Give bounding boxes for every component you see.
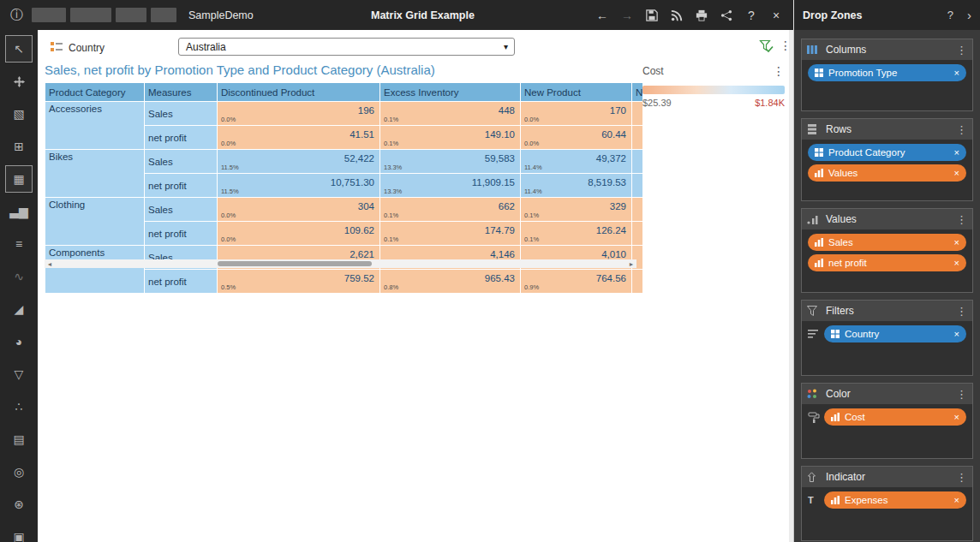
scroll-left-icon[interactable]: ◄ — [45, 261, 55, 267]
remove-icon[interactable]: × — [954, 258, 959, 268]
bar-chart-icon[interactable]: ≡ — [5, 230, 33, 258]
remove-icon[interactable]: × — [954, 495, 959, 505]
area-chart-icon[interactable]: ◢ — [5, 295, 33, 323]
remove-icon[interactable]: × — [954, 147, 959, 158]
back-icon[interactable]: ← — [595, 9, 609, 22]
treemap-icon[interactable]: ▤ — [5, 426, 33, 453]
chip-net-profit[interactable]: net profit× — [808, 254, 966, 271]
country-filter-icon — [50, 41, 63, 53]
cost-legend: Cost ⋮ $25.39 $1.84K — [642, 64, 785, 108]
image-widget-icon[interactable]: ▣ — [5, 523, 33, 542]
scrollbar-thumb[interactable] — [218, 261, 372, 266]
matrix-value-cell: 11.5%10,751.30 — [218, 174, 380, 198]
dropzone-values[interactable]: Values⋮Sales×net profit× — [801, 208, 973, 293]
close-icon[interactable]: × — [769, 9, 783, 22]
measure-icon — [815, 169, 823, 177]
matrix-header-cell: Product Category — [45, 83, 145, 102]
dropzone-columns-header: Columns⋮ — [802, 39, 972, 60]
matrix-header-row: Product CategoryMeasuresDiscontinued Pro… — [45, 83, 643, 102]
chip-expenses[interactable]: Expenses× — [824, 491, 966, 509]
pointer-icon[interactable]: ↖ — [5, 35, 33, 63]
kebab-menu-icon[interactable]: ⋮ — [956, 44, 967, 57]
save-icon[interactable] — [645, 9, 659, 22]
chevron-right-icon[interactable]: › — [967, 8, 971, 22]
filter-applied-icon[interactable] — [759, 39, 774, 53]
kebab-menu-icon[interactable]: ⋮ — [956, 213, 967, 226]
kebab-menu-icon[interactable]: ⋮ — [956, 305, 967, 318]
country-combobox[interactable]: Australia ▾ — [178, 38, 515, 56]
remove-icon[interactable]: × — [954, 412, 959, 422]
measure-icon — [831, 413, 840, 421]
matrix-horizontal-scrollbar[interactable]: ◄ ► — [45, 259, 636, 268]
page-title: Matrix Grid Example — [371, 9, 475, 21]
line-chart-icon[interactable]: ∿ — [5, 263, 33, 290]
marquee-select-icon[interactable]: ▧ — [5, 100, 33, 128]
chip-values[interactable]: Values× — [808, 164, 966, 182]
scrollbar-track[interactable] — [55, 259, 626, 268]
dropzone-columns[interactable]: Columns⋮Promotion Type× — [801, 39, 973, 111]
dropzone-values-header: Values⋮ — [802, 209, 972, 229]
matrix-value-cell: 13.3%59,583 — [380, 150, 521, 174]
drop-zones-header: Drop Zones ? › — [793, 0, 980, 30]
radial-gauge-icon[interactable]: ◎ — [5, 458, 33, 485]
chip-promotion-type[interactable]: Promotion Type× — [808, 64, 966, 81]
matrix-grid-icon[interactable]: ▦ — [5, 165, 33, 193]
legend-title: Cost — [642, 65, 664, 77]
matrix-value-cell: 11.5%52,422 — [218, 150, 380, 174]
kebab-menu-icon[interactable]: ⋮ — [956, 471, 967, 484]
chip-sales[interactable]: Sales× — [808, 234, 966, 251]
scroll-right-icon[interactable]: ► — [626, 261, 636, 267]
matrix-value-cell: 11.4%8,519.53 — [521, 174, 632, 198]
chevron-down-icon[interactable]: ▾ — [504, 42, 508, 51]
pie-chart-icon[interactable]: ◕ — [5, 328, 33, 355]
remove-icon[interactable]: × — [954, 329, 959, 339]
dimension-icon — [831, 330, 840, 338]
kebab-menu-icon[interactable]: ⋮ — [956, 388, 967, 401]
legend-gradient-bar — [642, 86, 785, 94]
move-icon[interactable] — [5, 68, 33, 95]
share-icon[interactable] — [720, 9, 733, 22]
resize-icon[interactable]: ⊞ — [5, 133, 33, 160]
chip-cost[interactable]: Cost× — [824, 408, 966, 426]
indicator-icon — [807, 472, 822, 482]
dropzone-filters[interactable]: Filters⋮Country× — [801, 300, 973, 376]
help-icon[interactable]: ? — [947, 9, 953, 21]
measure-cell: net profit — [145, 222, 218, 246]
dropzone-indicator[interactable]: Indicator⋮TExpenses× — [801, 466, 973, 541]
scatter-chart-icon[interactable]: ∴ — [5, 393, 33, 420]
dropzone-color[interactable]: Color⋮Cost× — [801, 383, 973, 459]
matrix-value-cell: 0.0%170 — [521, 102, 632, 126]
matrix-value-cell: 0.0%196 — [218, 102, 380, 126]
print-icon[interactable] — [695, 9, 708, 22]
help-icon[interactable]: ? — [744, 9, 758, 22]
widget-toolbar: ↖▧⊞▦▃▆≡∿◢◕▽∴▤◎⊛▣ — [0, 30, 38, 542]
info-icon[interactable]: ⓘ — [10, 7, 23, 23]
chip-country[interactable]: Country× — [824, 325, 966, 342]
values-icon — [807, 214, 822, 224]
matrix-value-cell: 0.1%329 — [521, 198, 632, 222]
matrix-value-cell: 0.0%304 — [218, 198, 380, 222]
dropzone-rows[interactable]: Rows⋮Product Category×Values× — [801, 118, 973, 201]
publish-icon[interactable] — [670, 9, 684, 22]
dimension-icon — [815, 148, 823, 157]
kebab-menu-icon[interactable]: ⋮ — [773, 64, 785, 78]
kebab-menu-icon[interactable]: ⋮ — [956, 123, 967, 136]
map-icon[interactable]: ⊛ — [5, 491, 33, 518]
legend-min-label: $25.39 — [642, 98, 672, 108]
app-title: SampleDemo — [188, 9, 254, 21]
matrix-clipped-cell — [632, 270, 643, 294]
remove-icon[interactable]: × — [954, 68, 959, 78]
remove-icon[interactable]: × — [954, 168, 959, 178]
category-cell: Bikes — [45, 150, 145, 198]
matrix-header-cell: New Product — [521, 83, 632, 102]
forward-icon[interactable]: → — [620, 9, 634, 22]
funnel-chart-icon[interactable]: ▽ — [5, 360, 33, 388]
matrix-clipped-cell — [632, 126, 643, 150]
category-cell: Accessories — [45, 102, 145, 150]
dimension-icon — [815, 68, 823, 77]
matrix-value-cell: 0.1%174.79 — [380, 222, 521, 246]
remove-icon[interactable]: × — [954, 237, 959, 247]
chip-product-category[interactable]: Product Category× — [808, 144, 966, 161]
column-chart-icon[interactable]: ▃▆ — [5, 198, 33, 225]
topbar-actions: ←→?× — [595, 0, 783, 30]
